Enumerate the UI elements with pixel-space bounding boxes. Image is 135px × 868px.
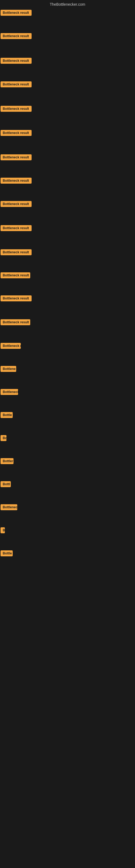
bottleneck-badge-7[interactable]: Bottleneck result — [1, 154, 32, 160]
result-row-11: Bottleneck result — [1, 249, 32, 256]
result-row-17: Bottleneck — [1, 389, 18, 396]
result-row-14: Bottleneck result — [1, 319, 30, 326]
bottleneck-badge-10[interactable]: Bottleneck result — [1, 225, 32, 231]
bottleneck-badge-12[interactable]: Bottleneck result — [1, 272, 30, 278]
bottleneck-badge-8[interactable]: Bottleneck result — [1, 178, 32, 184]
result-row-16: Bottlene — [1, 366, 16, 373]
bottleneck-badge-11[interactable]: Bottleneck result — [1, 249, 32, 255]
result-row-22: Bottlenec — [1, 504, 17, 511]
bottleneck-badge-19[interactable]: Bo — [1, 435, 6, 441]
result-row-10: Bottleneck result — [1, 225, 32, 232]
result-row-15: Bottleneck r — [1, 343, 21, 350]
bottleneck-badge-16[interactable]: Bottlene — [1, 366, 16, 372]
bottleneck-badge-1[interactable]: Bottleneck result — [1, 10, 32, 16]
result-row-9: Bottleneck result — [1, 201, 32, 208]
bottleneck-badge-15[interactable]: Bottleneck r — [1, 343, 21, 349]
result-row-20: Bottler — [1, 458, 13, 465]
bottleneck-badge-22[interactable]: Bottlenec — [1, 504, 17, 510]
bottleneck-badge-13[interactable]: Bottleneck result — [1, 296, 32, 301]
result-row-2: Bottleneck result — [1, 33, 32, 40]
result-row-13: Bottleneck result — [1, 296, 32, 303]
result-row-5: Bottleneck result — [1, 106, 32, 113]
result-row-8: Bottleneck result — [1, 178, 32, 185]
bottleneck-badge-17[interactable]: Bottleneck — [1, 389, 18, 395]
result-row-23: B — [1, 527, 5, 534]
bottleneck-badge-18[interactable]: Bottle — [1, 412, 13, 418]
result-row-6: Bottleneck result — [1, 130, 32, 137]
result-row-7: Bottleneck result — [1, 154, 32, 161]
result-row-1: Bottleneck result — [1, 10, 32, 17]
bottleneck-badge-3[interactable]: Bottleneck result — [1, 58, 32, 64]
bottleneck-badge-20[interactable]: Bottler — [1, 458, 13, 464]
bottleneck-badge-4[interactable]: Bottleneck result — [1, 82, 32, 87]
bottleneck-badge-6[interactable]: Bottleneck result — [1, 130, 32, 136]
bottleneck-badge-24[interactable]: Bottle — [1, 550, 13, 556]
bottleneck-badge-23[interactable]: B — [1, 527, 5, 533]
site-title: TheBottlenecker.com — [0, 0, 135, 10]
result-row-12: Bottleneck result — [1, 272, 30, 279]
bottleneck-badge-5[interactable]: Bottleneck result — [1, 106, 32, 112]
result-row-18: Bottle — [1, 412, 13, 419]
bottleneck-badge-2[interactable]: Bottleneck result — [1, 33, 32, 39]
result-row-24: Bottle — [1, 550, 13, 557]
bottleneck-badge-21[interactable]: Bottl — [1, 481, 11, 487]
result-row-19: Bo — [1, 435, 6, 442]
result-row-3: Bottleneck result — [1, 58, 32, 65]
result-row-21: Bottl — [1, 481, 11, 488]
bottleneck-badge-14[interactable]: Bottleneck result — [1, 319, 30, 325]
bottleneck-badge-9[interactable]: Bottleneck result — [1, 201, 32, 207]
result-row-4: Bottleneck result — [1, 82, 32, 88]
